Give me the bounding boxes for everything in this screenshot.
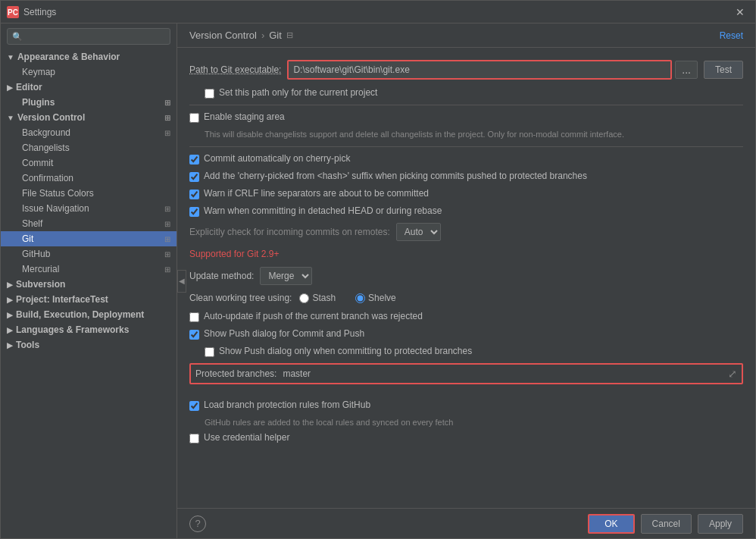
expand-arrow-subversion: ▶ (7, 280, 13, 289)
staging-checkbox[interactable] (189, 113, 199, 123)
update-method-label: Update method: (189, 271, 254, 281)
close-button[interactable]: ✕ (731, 5, 749, 20)
expand-arrow-languages: ▶ (7, 326, 13, 334)
sidebar-item-keymap[interactable]: Keymap (1, 64, 177, 80)
sidebar-item-label-appearance: Appearance & Behavior (17, 52, 120, 62)
protected-branches-row: Protected branches: ⤢ (189, 363, 743, 392)
warn-crlf-label[interactable]: Warn if CRLF line separators are about t… (204, 188, 429, 199)
update-method-row: Update method: Merge (189, 267, 743, 285)
svg-text:PC: PC (8, 8, 18, 17)
sidebar-item-commit[interactable]: Commit (1, 155, 177, 171)
sidebar-item-label-build: Build, Execution, Deployment (16, 309, 144, 320)
git-path-input[interactable] (287, 60, 672, 80)
sidebar-item-github[interactable]: GitHub ⊞ (1, 246, 177, 262)
help-button[interactable]: ? (189, 515, 206, 532)
load-protection-sublabel: GitHub rules are added to the local rule… (205, 417, 743, 428)
reset-button[interactable]: Reset (720, 30, 743, 41)
sidebar-item-appearance[interactable]: ▼ Appearance & Behavior (1, 49, 177, 64)
sidebar-item-git[interactable]: Git ⊞ (1, 231, 177, 246)
clean-shelve-radio[interactable] (355, 293, 365, 303)
sidebar-item-tools[interactable]: ▶ Tools (1, 337, 177, 353)
sidebar-item-confirmation[interactable]: Confirmation (1, 171, 177, 186)
cherry-pick-checkbox[interactable] (189, 155, 199, 165)
sidebar-item-label-subversion: Subversion (16, 279, 65, 290)
sidebar-item-version-control[interactable]: ▼ Version Control ⊞ (1, 110, 177, 125)
protected-branches-label: Protected branches: (195, 368, 276, 379)
search-box[interactable]: 🔍 (7, 28, 170, 45)
test-button[interactable]: Test (704, 61, 743, 79)
cherry-pick-label[interactable]: Commit automatically on cherry-pick (204, 153, 350, 164)
clean-shelve-label[interactable]: Shelve (368, 293, 396, 303)
git-badge: ⊞ (164, 235, 170, 243)
show-push-protected-label[interactable]: Show Push dialog only when committing to… (219, 346, 472, 356)
credential-helper-checkbox[interactable] (189, 434, 199, 443)
sidebar-item-changelists[interactable]: Changelists (1, 140, 177, 155)
sidebar-item-editor[interactable]: ▶ Editor (1, 80, 177, 95)
clean-stash-label[interactable]: Stash (312, 293, 336, 303)
sidebar-item-label-mercurial: Mercurial (22, 264, 59, 274)
cancel-button[interactable]: Cancel (641, 514, 692, 534)
add-suffix-row: Add the 'cherry-picked from <hash>' suff… (189, 171, 743, 182)
sidebar-item-build[interactable]: ▶ Build, Execution, Deployment (1, 307, 177, 322)
divider-2 (189, 146, 743, 147)
sidebar-item-file-status[interactable]: File Status Colors (1, 186, 177, 201)
add-suffix-checkbox[interactable] (189, 172, 199, 182)
clean-stash-radio[interactable] (299, 293, 309, 303)
window-title: Settings (23, 7, 731, 17)
show-push-row: Show Push dialog for Commit and Push (189, 328, 743, 340)
load-protection-checkbox[interactable] (189, 401, 199, 411)
set-path-checkbox[interactable] (205, 89, 214, 99)
settings-window: PC Settings ✕ 🔍 ▼ Appearance & Behavior … (0, 0, 756, 539)
load-protection-label[interactable]: Load branch protection rules from GitHub (204, 400, 370, 410)
expand-arrow-tools: ▶ (7, 341, 13, 349)
show-push-protected-checkbox[interactable] (205, 347, 214, 357)
plugins-badge: ⊞ (164, 99, 170, 107)
expand-arrow-appearance: ▼ (7, 53, 14, 61)
sidebar-item-languages[interactable]: ▶ Languages & Frameworks (1, 322, 177, 337)
protected-expand-icon[interactable]: ⤢ (728, 368, 737, 380)
update-method-select[interactable]: Merge (260, 267, 312, 285)
protected-branches-container: Protected branches: ⤢ (189, 363, 743, 384)
sidebar-item-subversion[interactable]: ▶ Subversion (1, 277, 177, 292)
divider-1 (189, 105, 743, 105)
staging-label[interactable]: Enable staging area (204, 111, 285, 122)
sidebar-item-mercurial[interactable]: Mercurial ⊞ (1, 262, 177, 277)
sidebar-item-label-git: Git (22, 233, 33, 244)
set-path-row: Set this path only for the current proje… (205, 87, 743, 99)
sidebar-collapse-arrow[interactable]: ◀ (177, 270, 186, 293)
mercurial-badge: ⊞ (164, 265, 170, 274)
add-suffix-label[interactable]: Add the 'cherry-picked from <hash>' suff… (204, 171, 587, 181)
protected-branches-input[interactable] (283, 368, 725, 379)
sidebar-item-project[interactable]: ▶ Project: InterfaceTest (1, 292, 177, 307)
ok-button[interactable]: OK (588, 514, 634, 534)
auto-update-checkbox[interactable] (189, 312, 199, 322)
credential-helper-label[interactable]: Use credential helper (204, 432, 289, 443)
git-path-browse-button[interactable]: ... (675, 61, 698, 79)
apply-button[interactable]: Apply (698, 514, 743, 534)
show-push-checkbox[interactable] (189, 330, 199, 340)
search-input[interactable] (26, 31, 165, 42)
explicit-check-select[interactable]: Auto (396, 223, 441, 241)
titlebar: PC Settings ✕ (1, 1, 755, 24)
set-path-label[interactable]: Set this path only for the current proje… (219, 87, 377, 98)
app-icon: PC (7, 6, 19, 18)
expand-arrow-vc: ▼ (7, 114, 14, 122)
footer: ? OK Cancel Apply (177, 508, 755, 538)
sidebar-item-label-commit: Commit (22, 158, 53, 168)
sidebar-item-shelf[interactable]: Shelf ⊞ (1, 216, 177, 231)
warn-detached-label[interactable]: Warn when committing in detached HEAD or… (204, 205, 442, 216)
auto-update-label[interactable]: Auto-update if push of the current branc… (204, 311, 423, 321)
sidebar-item-label-keymap: Keymap (22, 67, 55, 77)
show-push-label[interactable]: Show Push dialog for Commit and Push (204, 328, 364, 339)
staging-row: Enable staging area (189, 111, 743, 123)
sidebar-item-label-shelf: Shelf (22, 218, 42, 229)
warn-detached-checkbox[interactable] (189, 207, 199, 217)
warn-crlf-checkbox[interactable] (189, 190, 199, 199)
main-panel: ◀ Version Control › Git ⊟ Reset Path to … (177, 24, 755, 538)
sidebar-item-background[interactable]: Background ⊞ (1, 125, 177, 140)
sidebar-item-plugins[interactable]: Plugins ⊞ (1, 95, 177, 110)
load-protection-row: Load branch protection rules from GitHub (189, 400, 743, 411)
cherry-pick-row: Commit automatically on cherry-pick (189, 153, 743, 165)
sidebar-item-issue-nav[interactable]: Issue Navigation ⊞ (1, 201, 177, 216)
staging-sublabel: This will disable changelists support an… (205, 129, 743, 140)
